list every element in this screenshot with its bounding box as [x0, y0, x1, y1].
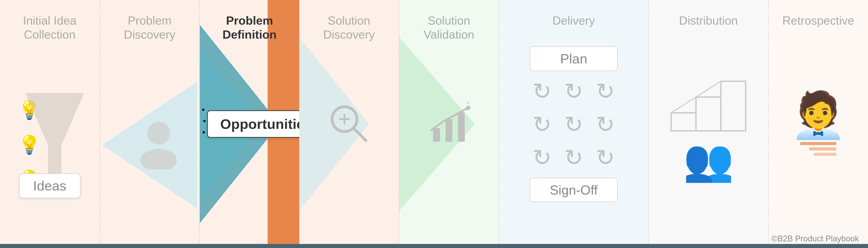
plan-badge: Plan: [530, 46, 618, 71]
stage-3-title: Problem Definition: [218, 7, 281, 42]
opportunities-group: ☞ • • • Opportunities: [200, 107, 299, 141]
group-people-icon: 👥: [683, 140, 734, 180]
svg-rect-17: [671, 113, 696, 131]
retrospective-content: 🧑‍💼: [790, 92, 846, 156]
person-discovery-icon: [136, 119, 181, 170]
stage-retrospective: Retrospective 🧑‍💼: [769, 0, 868, 248]
staircase-svg: [669, 68, 748, 135]
stage-4-title: Solution Discovery: [319, 7, 379, 42]
stage-8-title: Retrospective: [778, 7, 859, 28]
refresh-grid: ↻ ↻ ↻ ↻ ↻ ↻ ↻ ↻ ↻: [530, 78, 618, 171]
orange-lines: [800, 142, 836, 156]
stage-5-title: Solution Validation: [419, 7, 479, 42]
refresh-icon-7: ↻: [530, 144, 555, 171]
ideas-badge: Ideas: [19, 173, 81, 198]
refresh-icon-2: ↻: [561, 78, 586, 104]
delivery-content: Plan ↻ ↻ ↻ ↻ ↻ ↻ ↻ ↻ ↻ Sign-Off: [530, 46, 618, 202]
refresh-icon-3: ↻: [593, 78, 618, 104]
refresh-icon-4: ↻: [530, 111, 555, 137]
presenter-icon: 🧑‍💼: [790, 92, 846, 137]
refresh-icon-6: ↻: [593, 111, 618, 137]
svg-rect-18: [696, 97, 721, 131]
search-discovery-icon: [327, 101, 372, 147]
svg-point-2: [147, 122, 170, 144]
copyright-text: ©B2B Product Playbook: [772, 234, 859, 244]
svg-line-8: [353, 128, 366, 141]
stage-1-title: Initial Idea Collection: [18, 7, 81, 42]
stage-problem-definition: Problem Definition ☞ • • • Opportunities: [200, 0, 299, 248]
distribution-content: 👥: [669, 68, 748, 180]
svg-line-21: [696, 81, 721, 97]
stage-2-title: Problem Discovery: [119, 7, 180, 42]
refresh-icon-5: ↻: [561, 111, 586, 137]
svg-line-20: [671, 97, 696, 113]
svg-rect-14: [458, 112, 465, 142]
signoff-badge: Sign-Off: [530, 177, 618, 202]
refresh-icon-1: ↻: [530, 78, 555, 104]
stage-solution-validation: Solution Validation ✓: [399, 0, 499, 248]
stage-6-title: Delivery: [548, 7, 599, 28]
svg-point-15: [466, 106, 470, 110]
stage-initial-idea: Initial Idea Collection 💡 💡 💡 Ideas: [0, 0, 100, 248]
bottom-bar: [0, 244, 868, 248]
svg-rect-13: [445, 119, 452, 142]
svg-text:✓: ✓: [466, 101, 471, 106]
svg-point-3: [141, 149, 177, 169]
cursor-icon: ☞ • • •: [200, 107, 200, 141]
svg-rect-19: [721, 81, 746, 131]
stage-delivery: Delivery Plan ↻ ↻ ↻ ↻ ↻ ↻ ↻ ↻ ↻: [499, 0, 649, 248]
svg-rect-12: [433, 128, 440, 142]
stage-distribution: Distribution 👥: [649, 0, 769, 248]
chart-validation-icon: ✓: [426, 101, 471, 147]
refresh-icon-9: ↻: [593, 144, 618, 171]
stage-problem-discovery: Problem Discovery: [100, 0, 200, 248]
stage-7-title: Distribution: [675, 7, 742, 28]
workflow-container: Initial Idea Collection 💡 💡 💡 Ideas Prob…: [0, 0, 868, 248]
refresh-icon-8: ↻: [561, 144, 586, 171]
stage-solution-discovery: Solution Discovery: [299, 0, 399, 248]
stage-2-content: [100, 42, 199, 248]
stage-1-content: 💡 💡 💡 Ideas: [0, 42, 99, 248]
opportunities-badge[interactable]: Opportunities: [207, 110, 299, 138]
